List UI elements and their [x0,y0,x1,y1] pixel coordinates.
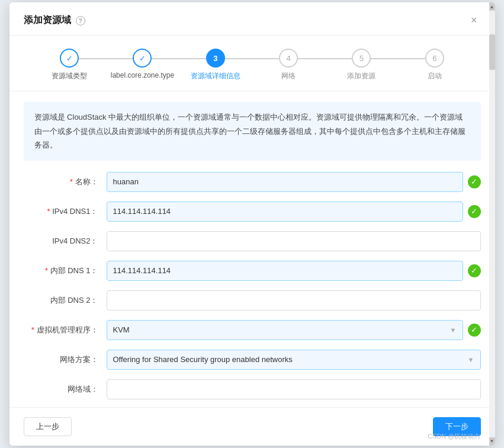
form-area: 名称： ✓ IPv4 DNS1： ✓ IPv4 DNS2： 内部 DNS 1： [9,171,495,402]
input-name[interactable] [107,172,463,192]
steps-container: ✓ 资源域类型 ✓ label.core.zone.type 3 资源域详细信息… [9,36,495,91]
step-6-circle: 6 [425,49,444,68]
label-network-offering: 网络方案： [24,354,107,365]
label-internal-dns2: 内部 DNS 2： [24,295,107,306]
hypervisor-arrow-icon: ▼ [450,327,457,334]
valid-icon-name: ✓ [468,175,481,188]
input-internal-dns1[interactable] [107,261,463,281]
label-name: 名称： [24,177,107,187]
control-hypervisor: KVM ▼ ✓ [107,320,481,340]
hypervisor-select-wrapper: KVM ▼ ✓ [107,320,481,340]
step-2: ✓ label.core.zone.type [106,49,179,79]
step-1-circle: ✓ [60,49,79,68]
step-1: ✓ 资源域类型 [33,49,106,81]
valid-icon-internal-dns1: ✓ [468,264,481,277]
label-ipv4dns2: IPv4 DNS2： [24,236,107,247]
control-internal-dns2 [107,290,481,311]
step-5: 5 添加资源 [325,49,398,81]
dialog-title: 添加资源域 ? [24,14,85,27]
input-network-domain[interactable] [107,379,481,399]
control-ipv4dns2 [107,231,481,251]
step-6-label: 启动 [428,71,442,81]
control-ipv4dns1: ✓ [107,201,481,222]
watermark: CSDN @机核动力 [428,432,480,441]
scroll-track [489,11,495,437]
step-5-circle: 5 [352,49,371,68]
step-3-label: 资源域详细信息 [191,71,240,81]
input-internal-dns2[interactable] [107,290,481,311]
scroll-indicator: ▲ ▼ [489,2,495,445]
info-box: 资源域是 CloudStack 中最大的组织单位，一个资源域通常与一个数据中心相… [24,102,481,160]
step-4-circle: 4 [279,49,298,68]
info-text: 资源域是 CloudStack 中最大的组织单位，一个资源域通常与一个数据中心相… [34,113,466,149]
hypervisor-select[interactable]: KVM ▼ [107,320,463,340]
network-offering-select[interactable]: Offering for Shared Security group enabl… [107,350,481,370]
dialog-footer: 上一步 下一步 [9,407,495,446]
step-6: 6 启动 [398,49,471,81]
valid-icon-ipv4dns1: ✓ [468,205,481,218]
prev-button[interactable]: 上一步 [24,417,72,436]
control-name: ✓ [107,172,481,192]
label-internal-dns1: 内部 DNS 1： [24,265,107,276]
control-network-domain [107,379,481,399]
network-offering-arrow-icon: ▼ [468,356,474,363]
help-icon[interactable]: ? [76,16,85,25]
label-ipv4dns1: IPv4 DNS1： [24,206,107,217]
dialog-header: 添加资源域 ? × [9,2,495,36]
scroll-down-icon[interactable]: ▼ [489,437,495,446]
hypervisor-value: KVM [113,325,130,334]
form-row-hypervisor: 虚拟机管理程序： KVM ▼ ✓ [24,319,481,341]
close-button[interactable]: × [467,13,481,28]
form-row-network-domain: 网络域： [24,379,481,400]
input-ipv4dns2[interactable] [107,231,481,251]
form-row-network-offering: 网络方案： Offering for Shared Security group… [24,349,481,370]
step-3: 3 资源域详细信息 [179,49,252,81]
label-network-domain: 网络域： [24,384,107,395]
form-row-internal-dns2: 内部 DNS 2： [24,290,481,311]
step-5-label: 添加资源 [347,71,375,81]
step-2-label: label.core.zone.type [111,71,174,79]
form-row-name: 名称： ✓ [24,171,481,193]
label-hypervisor: 虚拟机管理程序： [24,325,107,335]
add-zone-dialog: 添加资源域 ? × ✓ 资源域类型 ✓ label.core.zone.type… [9,2,495,445]
dialog-title-text: 添加资源域 [24,14,71,27]
step-3-circle: 3 [206,49,225,68]
form-row-ipv4dns2: IPv4 DNS2： [24,231,481,252]
step-1-label: 资源域类型 [52,71,87,81]
input-ipv4dns1[interactable] [107,201,463,222]
form-row-ipv4dns1: IPv4 DNS1： ✓ [24,201,481,222]
form-row-internal-dns1: 内部 DNS 1： ✓ [24,260,481,281]
scroll-up-icon[interactable]: ▲ [489,2,495,11]
scroll-thumb [489,34,495,70]
valid-icon-hypervisor: ✓ [468,324,481,337]
step-2-circle: ✓ [133,49,152,68]
step-4-label: 网络 [281,71,296,81]
step-4: 4 网络 [252,49,325,81]
control-network-offering: Offering for Shared Security group enabl… [107,350,481,370]
network-offering-value: Offering for Shared Security group enabl… [113,355,293,364]
control-internal-dns1: ✓ [107,261,481,281]
